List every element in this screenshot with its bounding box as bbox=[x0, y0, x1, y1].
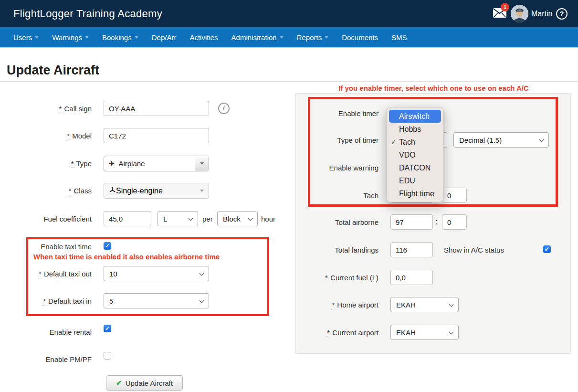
propeller-icon bbox=[109, 187, 116, 194]
main-nav: Users Warnings Bookings Dep/Arr Activiti… bbox=[0, 27, 578, 48]
nav-item-activities[interactable]: Activities bbox=[189, 33, 218, 42]
nav-item-documents[interactable]: Documents bbox=[342, 33, 378, 42]
model-input[interactable] bbox=[104, 128, 209, 143]
airplane-icon: ✈ bbox=[108, 159, 115, 168]
title-divider bbox=[0, 81, 578, 82]
enable-pm-pf-label: Enable PM/PF bbox=[0, 355, 92, 364]
call-sign-input[interactable] bbox=[104, 101, 209, 116]
total-landings-label: Total landings bbox=[296, 246, 378, 254]
nav-item-users[interactable]: Users bbox=[13, 33, 39, 42]
total-airborne-minutes-input[interactable] bbox=[442, 214, 467, 230]
tach-label: Tach bbox=[296, 191, 378, 200]
enable-warning-label: Enable warning bbox=[296, 164, 378, 172]
dropdown-arrow-icon bbox=[200, 162, 204, 165]
per-text: per bbox=[202, 215, 213, 223]
nav-item-dep-arr[interactable]: Dep/Arr bbox=[152, 33, 177, 42]
timer-option-flight-time[interactable]: Flight time bbox=[387, 187, 443, 200]
chevron-down-icon bbox=[135, 36, 138, 39]
nav-item-sms[interactable]: SMS bbox=[391, 33, 407, 42]
show-in-ac-status-checkbox[interactable] bbox=[543, 245, 551, 253]
chevron-down-icon bbox=[280, 36, 284, 39]
nav-item-administration[interactable]: Administration bbox=[231, 33, 284, 42]
mail-unread-badge: 1 bbox=[501, 3, 509, 11]
chevron-down-icon bbox=[85, 36, 89, 39]
total-airborne-colon: : bbox=[435, 218, 437, 226]
avatar[interactable] bbox=[511, 5, 528, 22]
timer-option-vdo[interactable]: VDO bbox=[387, 148, 443, 161]
update-aircraft-button[interactable]: ✔ Update Aircraft bbox=[106, 375, 183, 391]
timer-option-tach[interactable]: ✓Tach bbox=[387, 136, 443, 148]
app-brand: FlightLogger Training Academy bbox=[13, 0, 162, 27]
chevron-down-icon bbox=[325, 36, 328, 39]
fuel-coefficient-label: Fuel coefficient bbox=[0, 215, 92, 223]
default-taxi-out-select[interactable]: 10 bbox=[104, 266, 209, 281]
chevron-down-icon bbox=[248, 216, 253, 221]
chevron-down-icon bbox=[449, 330, 454, 335]
type-select[interactable]: ✈ Airplane bbox=[104, 156, 209, 171]
help-icon[interactable]: ? bbox=[556, 8, 567, 20]
current-fuel-input[interactable] bbox=[390, 270, 433, 285]
user-name[interactable]: Martin bbox=[531, 0, 552, 27]
chevron-down-icon bbox=[35, 36, 39, 39]
tach-minutes-input[interactable] bbox=[442, 188, 467, 203]
chevron-down-icon bbox=[539, 138, 544, 142]
selected-check-icon: ✓ bbox=[391, 136, 396, 148]
timer-annotation-text: If you enable timer, select which one to… bbox=[296, 84, 571, 92]
timer-option-edu[interactable]: EDU bbox=[387, 174, 443, 187]
chevron-down-icon bbox=[189, 216, 193, 221]
timer-format-select[interactable]: Decimal (1.5) bbox=[453, 132, 549, 148]
current-fuel-label: * Current fuel (L) bbox=[296, 274, 378, 282]
default-taxi-in-select[interactable]: 5 bbox=[104, 293, 209, 308]
call-sign-label: * Call sign bbox=[0, 105, 92, 113]
nav-item-reports[interactable]: Reports bbox=[297, 33, 329, 42]
default-taxi-in-label: * Default taxi in bbox=[0, 297, 92, 306]
total-airborne-label: Total airborne bbox=[296, 218, 378, 227]
total-landings-input[interactable] bbox=[390, 242, 433, 257]
app-header: FlightLogger Training Academy 1 Martin ? bbox=[0, 0, 578, 27]
check-icon: ✔ bbox=[116, 379, 122, 387]
enable-pm-pf-checkbox[interactable] bbox=[104, 352, 111, 360]
home-airport-label: * Home airport bbox=[296, 301, 378, 309]
fuel-unit-select[interactable]: L bbox=[158, 211, 198, 226]
enable-taxi-time-label: Enable taxi time bbox=[0, 243, 92, 251]
type-of-timer-label: Type of timer bbox=[296, 136, 378, 145]
enable-timer-label: Enable timer bbox=[296, 109, 378, 118]
info-icon[interactable]: i bbox=[218, 103, 230, 114]
fuel-per-select[interactable]: Block bbox=[217, 211, 258, 226]
chevron-down-icon bbox=[200, 271, 204, 276]
fuel-coefficient-input[interactable] bbox=[104, 211, 151, 226]
current-airport-select[interactable]: EKAH bbox=[390, 325, 459, 340]
chevron-down-icon bbox=[200, 298, 204, 303]
total-airborne-hours-input[interactable] bbox=[390, 214, 433, 230]
page-title: Update Aircraft bbox=[7, 63, 99, 78]
timer-option-hobbs[interactable]: Hobbs bbox=[387, 123, 443, 136]
update-aircraft-page: FlightLogger Training Academy 1 Martin ?… bbox=[0, 0, 578, 392]
hour-text: hour bbox=[261, 215, 275, 223]
avatar-image bbox=[511, 5, 528, 22]
model-label: * Model bbox=[0, 132, 92, 140]
type-label: * Type bbox=[0, 159, 92, 168]
class-label: * Class bbox=[0, 187, 92, 195]
taxi-time-note: When taxi time is enabled it also enable… bbox=[33, 253, 220, 261]
show-in-ac-status-label: Show in A/C status bbox=[444, 246, 504, 254]
dropdown-arrow-icon bbox=[200, 190, 204, 192]
enable-taxi-time-checkbox[interactable] bbox=[104, 242, 111, 250]
timer-option-datcon[interactable]: DATCON bbox=[387, 161, 443, 174]
nav-item-bookings[interactable]: Bookings bbox=[102, 33, 138, 42]
home-airport-select[interactable]: EKAH bbox=[390, 297, 459, 312]
timer-dropdown-menu: Airswitch Hobbs ✓Tach VDO DATCON EDU Fli… bbox=[386, 107, 444, 202]
enable-rental-label: Enable rental bbox=[0, 328, 92, 337]
current-airport-label: * Current airport bbox=[296, 328, 378, 337]
default-taxi-out-label: * Default taxi out bbox=[0, 270, 92, 278]
type-select-button[interactable] bbox=[195, 156, 209, 171]
timer-option-airswitch[interactable]: Airswitch bbox=[389, 110, 441, 123]
nav-item-warnings[interactable]: Warnings bbox=[52, 33, 89, 42]
enable-rental-checkbox[interactable] bbox=[104, 325, 111, 332]
class-select[interactable]: Single-engine bbox=[104, 183, 209, 199]
chevron-down-icon bbox=[449, 302, 454, 307]
